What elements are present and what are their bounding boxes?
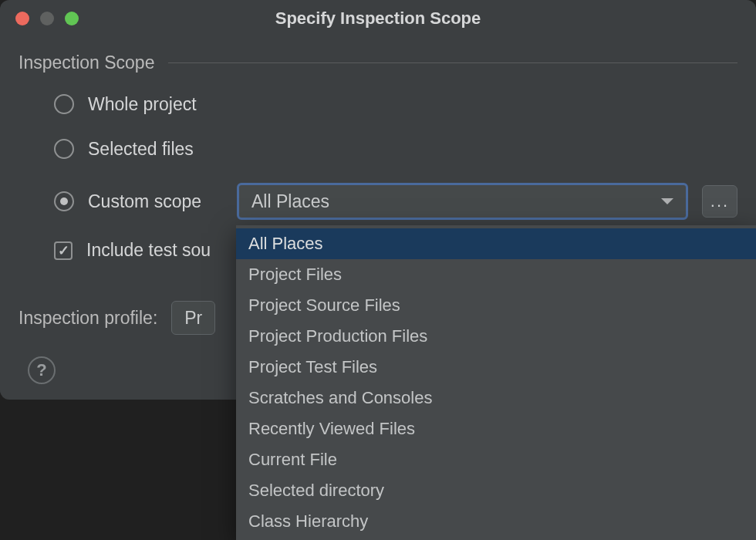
- traffic-lights: [0, 12, 79, 25]
- custom-scope-combo[interactable]: All Places: [237, 183, 688, 220]
- chevron-down-icon: [661, 198, 673, 204]
- section-title: Inspection Scope: [19, 52, 154, 73]
- radio-custom-scope-label: Custom scope: [88, 191, 223, 212]
- dropdown-item[interactable]: Selected directory: [236, 475, 756, 506]
- window-title: Specify Inspection Scope: [0, 8, 756, 29]
- radio-custom-scope-row: Custom scope All Places ...: [54, 183, 737, 220]
- inspection-profile-label: Inspection profile:: [19, 308, 157, 329]
- dropdown-item[interactable]: Project Production Files: [236, 321, 756, 352]
- include-test-label: Include test sou: [86, 240, 211, 261]
- custom-scope-value: All Places: [251, 191, 329, 212]
- radio-selected-files[interactable]: [54, 139, 74, 159]
- close-icon[interactable]: [15, 12, 29, 25]
- dropdown-item[interactable]: Recently Viewed Files: [236, 413, 756, 444]
- radio-selected-files-label: Selected files: [88, 139, 194, 160]
- help-button[interactable]: ?: [28, 356, 56, 384]
- ellipsis-icon: ...: [710, 191, 729, 211]
- dropdown-item[interactable]: All Places: [236, 228, 756, 259]
- section-header: Inspection Scope: [19, 52, 737, 73]
- radio-selected-files-row[interactable]: Selected files: [54, 138, 737, 160]
- scope-ellipsis-button[interactable]: ...: [702, 185, 737, 218]
- dropdown-item[interactable]: Project Files: [236, 259, 756, 290]
- scope-radio-group: Whole project Selected files Custom scop…: [19, 93, 737, 220]
- dropdown-item[interactable]: Class Hierarchy: [236, 506, 756, 537]
- minimize-icon[interactable]: [40, 12, 54, 25]
- dropdown-item[interactable]: Current File: [236, 444, 756, 475]
- help-icon: ?: [36, 360, 46, 380]
- section-divider: [168, 62, 737, 63]
- radio-whole-project[interactable]: [54, 94, 74, 114]
- dropdown-item[interactable]: Scratches and Consoles: [236, 383, 756, 413]
- radio-whole-project-row[interactable]: Whole project: [54, 93, 737, 115]
- dropdown-item[interactable]: Project Source Files: [236, 290, 756, 321]
- radio-custom-scope[interactable]: [54, 191, 74, 211]
- dropdown-item[interactable]: Project Test Files: [236, 352, 756, 383]
- scope-dropdown: All PlacesProject FilesProject Source Fi…: [236, 225, 756, 540]
- inspection-profile-value: Pr: [184, 308, 202, 329]
- titlebar: Specify Inspection Scope: [0, 0, 756, 37]
- maximize-icon[interactable]: [65, 12, 79, 25]
- include-test-checkbox[interactable]: [54, 241, 73, 260]
- inspection-profile-combo[interactable]: Pr: [171, 301, 215, 335]
- radio-whole-project-label: Whole project: [88, 94, 197, 115]
